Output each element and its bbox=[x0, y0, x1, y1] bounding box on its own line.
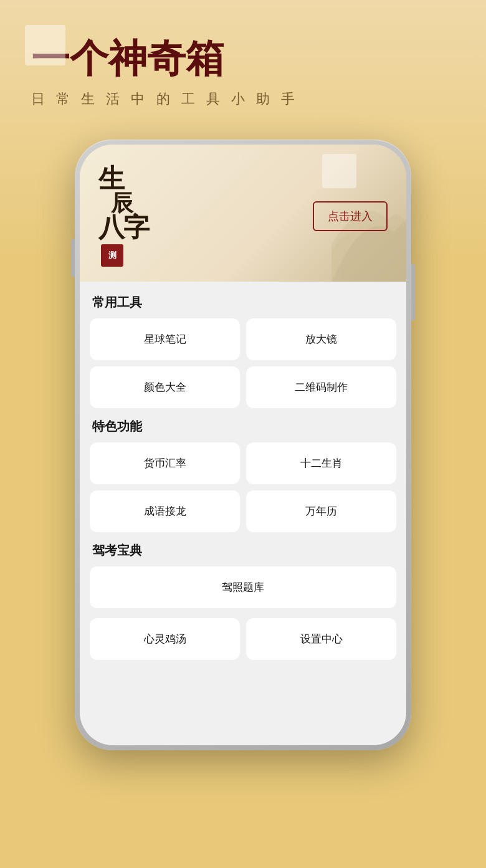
section-title-driving: 驾考宝典 bbox=[92, 542, 396, 559]
common-tools-grid: 星球笔记 放大镜 颜色大全 二维码制作 bbox=[90, 318, 396, 408]
hero-section: 一个神奇箱 日 常 生 活 中 的 工 具 小 助 手 bbox=[0, 0, 486, 127]
hero-title: 一个神奇箱 bbox=[31, 37, 455, 80]
tool-card-colors[interactable]: 颜色大全 bbox=[90, 366, 240, 408]
calli-char-2: 辰 bbox=[111, 192, 132, 214]
content-scroll: 常用工具 星球笔记 放大镜 颜色大全 二维码制作 特色功能 货币汇率 十二生肖 … bbox=[80, 282, 406, 672]
tool-card-currency[interactable]: 货币汇率 bbox=[90, 442, 240, 484]
app-banner: 生 辰 八字 测 点击进入 bbox=[80, 145, 406, 282]
screen-content: 常用工具 星球笔记 放大镜 颜色大全 二维码制作 特色功能 货币汇率 十二生肖 … bbox=[80, 282, 406, 745]
phone-frame: 生 辰 八字 测 点击进入 常用工具 星球笔记 放大镜 bbox=[75, 140, 411, 750]
tool-card-calendar[interactable]: 万年历 bbox=[246, 490, 396, 532]
phone-wrapper: 生 辰 八字 测 点击进入 常用工具 星球笔记 放大镜 bbox=[0, 140, 486, 750]
special-features-grid: 货币汇率 十二生肖 成语接龙 万年历 bbox=[90, 442, 396, 532]
bottom-row: 心灵鸡汤 设置中心 bbox=[90, 618, 396, 660]
screen-paper-decoration bbox=[322, 154, 356, 188]
paper-decoration bbox=[25, 25, 65, 65]
tool-card-driving-exam[interactable]: 驾照题库 bbox=[90, 566, 396, 608]
tool-card-idiom[interactable]: 成语接龙 bbox=[90, 490, 240, 532]
tool-card-settings[interactable]: 设置中心 bbox=[246, 618, 396, 660]
calli-char-3: 八字 bbox=[98, 214, 148, 241]
tool-card-chicken-soup[interactable]: 心灵鸡汤 bbox=[90, 618, 240, 660]
section-title-common-tools: 常用工具 bbox=[92, 294, 396, 311]
tool-card-notes[interactable]: 星球笔记 bbox=[90, 318, 240, 360]
tool-card-magnifier[interactable]: 放大镜 bbox=[246, 318, 396, 360]
tool-card-qrcode[interactable]: 二维码制作 bbox=[246, 366, 396, 408]
hero-subtitle: 日 常 生 活 中 的 工 具 小 助 手 bbox=[31, 90, 455, 108]
calligraphy-logo: 生 辰 八字 测 bbox=[98, 166, 148, 267]
calli-char-1: 生 bbox=[98, 166, 123, 192]
section-title-special-features: 特色功能 bbox=[92, 418, 396, 435]
phone-screen: 生 辰 八字 测 点击进入 常用工具 星球笔记 放大镜 bbox=[80, 145, 406, 745]
tool-card-zodiac[interactable]: 十二生肖 bbox=[246, 442, 396, 484]
enter-button[interactable]: 点击进入 bbox=[313, 201, 388, 231]
seal-stamp: 测 bbox=[101, 244, 123, 267]
